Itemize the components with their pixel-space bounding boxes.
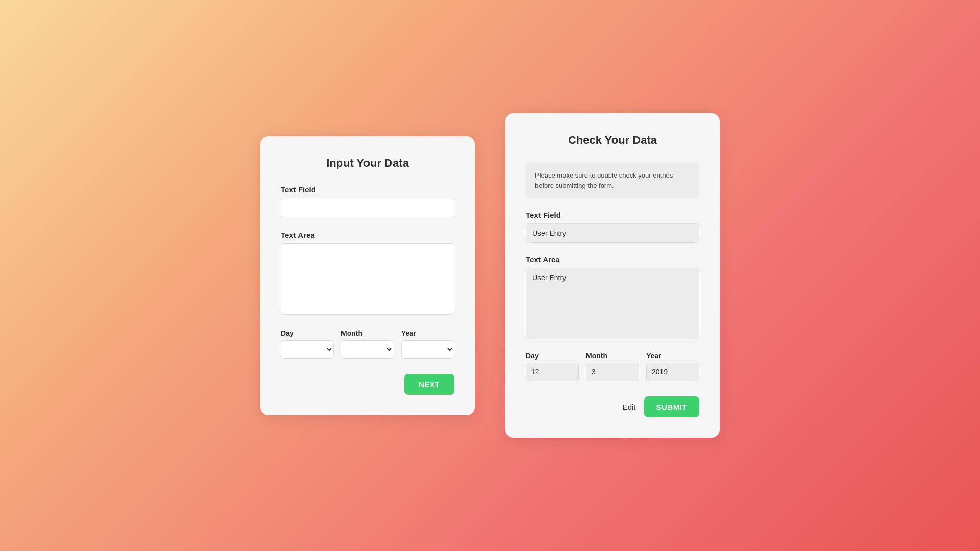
- notice-box: Please make sure to double check your en…: [526, 162, 699, 198]
- check-month-label: Month: [586, 352, 639, 360]
- textarea-group: Text Area: [281, 231, 454, 317]
- input-card: Input Your Data Text Field Text Area Day…: [260, 136, 475, 415]
- day-label: Day: [281, 329, 334, 337]
- check-card-title: Check Your Data: [526, 134, 699, 147]
- textarea-label: Text Area: [281, 231, 454, 239]
- year-group: Year 20152016 20172018 20192020 20212022…: [401, 329, 454, 359]
- check-text-field-value: User Entry: [526, 223, 699, 243]
- check-year-label: Year: [646, 352, 699, 360]
- check-textarea-label: Text Area: [526, 255, 699, 264]
- month-label: Month: [341, 329, 394, 337]
- check-month-value: 3: [586, 363, 639, 381]
- text-field-group: Text Field: [281, 185, 454, 218]
- notice-text: Please make sure to double check your en…: [535, 170, 690, 190]
- text-input[interactable]: [281, 198, 454, 218]
- month-group: Month 123 456 789 101112: [341, 329, 394, 359]
- edit-button[interactable]: Edit: [623, 403, 636, 411]
- check-year-value: 2019: [646, 363, 699, 381]
- year-select[interactable]: 20152016 20172018 20192020 20212022 2023…: [401, 340, 454, 359]
- month-select[interactable]: 123 456 789 101112: [341, 340, 394, 359]
- date-row: Day 123 456 789 101112 131415 161718 192…: [281, 329, 454, 359]
- year-label: Year: [401, 329, 454, 337]
- right-button-row: Edit SUBMIT: [526, 396, 699, 417]
- day-select[interactable]: 123 456 789 101112 131415 161718 192021 …: [281, 340, 334, 359]
- textarea-input[interactable]: [281, 243, 454, 315]
- check-textarea-value: User Entry: [526, 268, 699, 339]
- text-field-label: Text Field: [281, 185, 454, 194]
- check-text-field-label: Text Field: [526, 211, 699, 219]
- next-button[interactable]: NEXT: [404, 374, 454, 395]
- check-day-label: Day: [526, 352, 579, 360]
- check-day-value: 12: [526, 363, 579, 381]
- submit-button[interactable]: SUBMIT: [644, 396, 700, 417]
- input-card-title: Input Your Data: [281, 157, 454, 170]
- left-button-row: NEXT: [281, 374, 454, 395]
- check-card: Check Your Data Please make sure to doub…: [505, 113, 720, 438]
- check-textarea-group: Text Area User Entry: [526, 255, 699, 339]
- check-text-field-group: Text Field User Entry: [526, 211, 699, 243]
- day-group: Day 123 456 789 101112 131415 161718 192…: [281, 329, 334, 359]
- check-year-group: Year 2019: [646, 352, 699, 381]
- check-date-row: Day 12 Month 3 Year 2019: [526, 352, 699, 381]
- check-day-group: Day 12: [526, 352, 579, 381]
- check-month-group: Month 3: [586, 352, 639, 381]
